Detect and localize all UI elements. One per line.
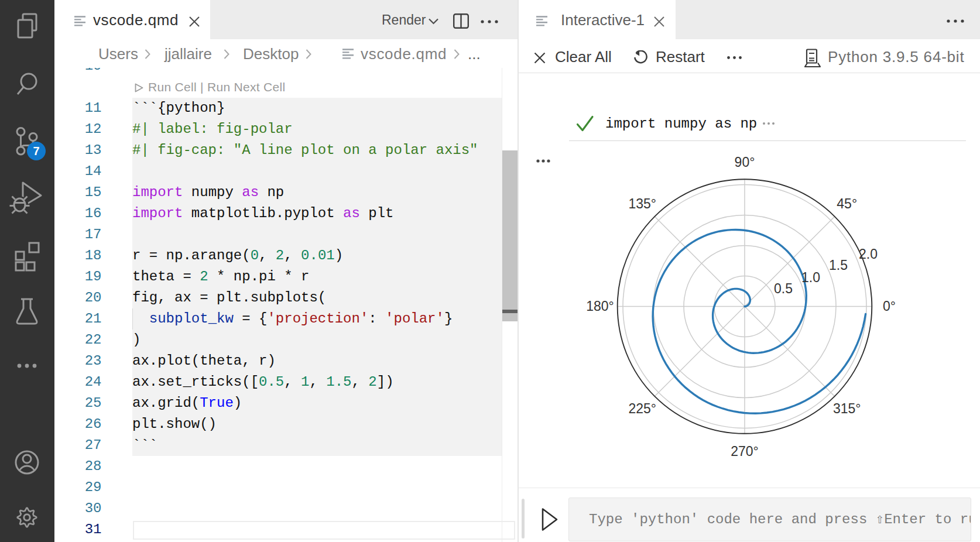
svg-text:2.0: 2.0 — [859, 246, 878, 262]
svg-text:180°: 180° — [586, 299, 614, 314]
svg-text:45°: 45° — [837, 196, 857, 211]
svg-text:225°: 225° — [629, 401, 657, 416]
svg-text:270°: 270° — [731, 444, 759, 459]
svg-text:135°: 135° — [629, 196, 657, 211]
svg-text:315°: 315° — [833, 401, 861, 416]
svg-text:0.5: 0.5 — [774, 281, 793, 296]
svg-text:0°: 0° — [883, 299, 896, 314]
svg-text:90°: 90° — [735, 155, 755, 170]
svg-text:1.0: 1.0 — [801, 270, 820, 285]
svg-text:1.5: 1.5 — [829, 258, 848, 273]
